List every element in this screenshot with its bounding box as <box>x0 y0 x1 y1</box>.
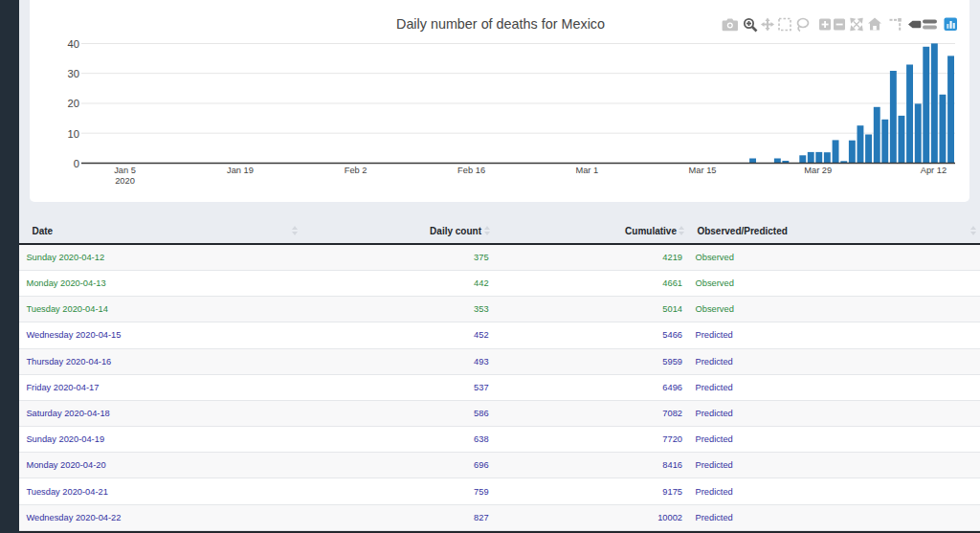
svg-text:Mar 15: Mar 15 <box>689 166 717 175</box>
svg-text:10: 10 <box>68 128 79 140</box>
svg-text:Feb 16: Feb 16 <box>457 166 485 175</box>
svg-text:30: 30 <box>68 68 79 79</box>
svg-text:2020: 2020 <box>115 176 135 186</box>
svg-text:0: 0 <box>74 158 79 169</box>
svg-text:Apr 12: Apr 12 <box>921 166 947 175</box>
svg-text:Jan 19: Jan 19 <box>227 166 254 175</box>
svg-text:Mar 1: Mar 1 <box>575 166 598 175</box>
svg-text:20: 20 <box>68 98 79 109</box>
svg-text:40: 40 <box>68 38 79 50</box>
svg-text:Feb 2: Feb 2 <box>345 166 368 175</box>
svg-text:Mar 29: Mar 29 <box>804 166 832 175</box>
svg-text:Daily number of deaths for Mex: Daily number of deaths for Mexico <box>396 16 605 32</box>
svg-text:Jan 5: Jan 5 <box>114 166 136 175</box>
